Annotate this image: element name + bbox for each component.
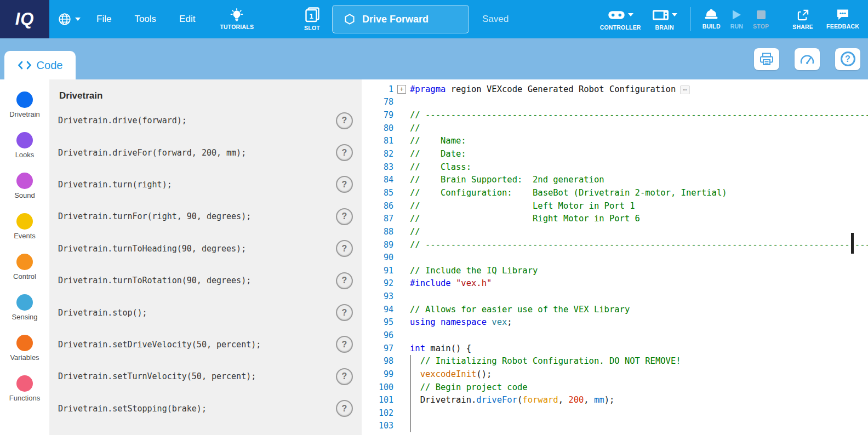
category-variables[interactable]: Variables [0,335,49,375]
category-sensing[interactable]: Sensing [0,294,49,335]
help-button[interactable]: ? [835,48,860,70]
code-line[interactable]: 99 vexcodeInit(); [366,368,868,381]
code-line[interactable]: 88// [366,225,868,238]
code-brackets-icon [18,60,32,70]
category-drivetrain[interactable]: Drivetrain [0,91,49,132]
category-label: Sensing [12,313,38,321]
command-help-button[interactable]: ? [336,368,353,385]
command-text[interactable]: Drivetrain.drive(forward); [58,116,187,125]
controller-button[interactable]: CONTROLLER [595,8,647,31]
command-row: Drivetrain.stop();? [58,296,356,328]
slot-label: SLOT [304,25,320,31]
line-number: 101 [366,395,393,405]
code-line[interactable]: 83// Class: [366,161,868,174]
vexcode-iq-app: IQ File Tools Edit [0,0,868,435]
category-looks[interactable]: Looks [0,132,49,173]
code-line[interactable]: 101 Drivetrain.driveFor(forward, 200, mm… [366,393,868,407]
hexagon-icon [344,13,356,25]
command-panel: Drivetrain Drivetrain.drive(forward);?Dr… [49,79,362,435]
command-text[interactable]: Drivetrain.turnFor(right, 90, degrees); [58,211,251,221]
folded-region-ellipsis[interactable]: ⋯ [680,85,689,94]
code-line[interactable]: 86// Left Motor in Port 1 [366,199,868,213]
code-line[interactable]: 80// [366,122,868,135]
code-line[interactable]: 78 [366,96,868,109]
menu-edit[interactable]: Edit [168,14,207,25]
command-row: Drivetrain.turnToRotation(90, degrees);? [58,265,356,296]
command-text[interactable]: Drivetrain.stop(); [58,308,147,318]
command-help-button[interactable]: ? [336,176,353,193]
category-label: Functions [9,394,40,402]
language-selector[interactable] [58,12,81,26]
vex-iq-logo: IQ [0,0,49,38]
code-line[interactable]: 100 // Begin project code [366,381,868,394]
code-line[interactable]: 95using namespace vex; [366,316,868,329]
code-line[interactable]: 98 // Initializing Robot Configuration. … [366,354,868,368]
command-row: Drivetrain.turnFor(right, 90, degrees);? [58,201,356,232]
command-text[interactable]: Drivetrain.turnToHeading(90, degrees); [58,244,246,254]
command-text[interactable]: Drivetrain.setTurnVelocity(50, percent); [58,371,256,381]
code-line[interactable]: 103 [366,420,868,433]
stop-button[interactable]: STOP [748,9,774,30]
code-line[interactable]: 91// Include the IQ Library [366,264,868,277]
dashboard-button[interactable] [795,48,820,70]
code-line[interactable]: 81// Name: [366,135,868,148]
code-line[interactable]: 93 [366,290,868,303]
command-text[interactable]: Drivetrain.turn(right); [58,180,172,190]
project-name-button[interactable]: Drive Forward [332,5,469,33]
command-help-button[interactable]: ? [336,272,353,289]
feedback-button[interactable]: FEEDBACK [824,9,861,30]
code-text: Drivetrain.driveFor(forward, 200, mm); [410,395,614,405]
command-help-button[interactable]: ? [336,144,353,161]
share-button[interactable]: SHARE [788,9,818,30]
code-line[interactable]: 92#include "vex.h" [366,277,868,290]
code-line[interactable]: 1+#pragma region VEXcode Generated Robot… [366,83,868,96]
command-text[interactable]: Drivetrain.setStopping(brake); [58,404,207,414]
line-number: 81 [366,136,393,146]
line-number: 84 [366,175,393,185]
code-line[interactable]: 89// -----------------------------------… [366,238,868,251]
code-editor[interactable]: 1+#pragma region VEXcode Generated Robot… [362,79,868,435]
build-label: BUILD [703,23,721,30]
main-content: DrivetrainLooksSoundEventsControlSensing… [0,79,868,435]
category-label: Events [14,232,36,240]
code-line[interactable]: 85// Configuration: BaseBot (Drivetrain … [366,186,868,199]
category-events[interactable]: Events [0,213,49,254]
command-text[interactable]: Drivetrain.setDriveVelocity(50, percent)… [58,340,261,350]
command-row: Drivetrain.turnToHeading(90, degrees);? [58,233,356,265]
menu-tools[interactable]: Tools [123,14,168,25]
code-line[interactable]: 79// -----------------------------------… [366,108,868,122]
build-helmet-icon [704,9,718,21]
command-text[interactable]: Drivetrain.turnToRotation(90, degrees); [58,276,251,285]
command-text[interactable]: Drivetrain.driveFor(forward, 200, mm); [58,148,246,158]
tab-code[interactable]: Code [4,51,76,79]
run-button[interactable]: RUN [726,9,748,30]
category-functions[interactable]: Functions [0,375,49,416]
command-help-button[interactable]: ? [336,112,353,129]
print-console-button[interactable] [754,48,779,70]
tutorials-button[interactable]: TUTORIALS [220,8,254,30]
code-line[interactable]: 84// Brain Supported: 2nd generation [366,173,868,186]
category-sound[interactable]: Sound [0,173,49,213]
code-line[interactable]: 102 [366,407,868,420]
editor-scrollbar-thumb[interactable] [851,233,854,254]
category-control[interactable]: Control [0,254,49,294]
command-help-button[interactable]: ? [336,240,353,257]
command-help-button[interactable]: ? [336,208,353,225]
code-line[interactable]: 82// Date: [366,147,868,161]
code-line[interactable]: 94// Allows for easier use of the VEX Li… [366,303,868,316]
code-line[interactable]: 97int main() { [366,342,868,355]
command-help-button[interactable]: ? [336,336,353,353]
build-button[interactable]: BUILD [698,9,726,30]
code-line[interactable]: 87// Right Motor in Port 6 [366,212,868,225]
command-help-button[interactable]: ? [336,304,353,321]
brain-button[interactable]: BRAIN [647,8,683,31]
command-help-button[interactable]: ? [336,400,353,417]
menu-file[interactable]: File [85,14,123,25]
controller-icon [608,9,625,21]
chevron-down-icon [628,13,633,16]
fold-expand-icon[interactable]: + [397,85,406,94]
code-line[interactable]: 96 [366,329,868,342]
command-row: Drivetrain.turn(right);? [58,169,356,201]
slot-button[interactable]: 1 SLOT [304,7,320,31]
code-line[interactable]: 90 [366,251,868,264]
